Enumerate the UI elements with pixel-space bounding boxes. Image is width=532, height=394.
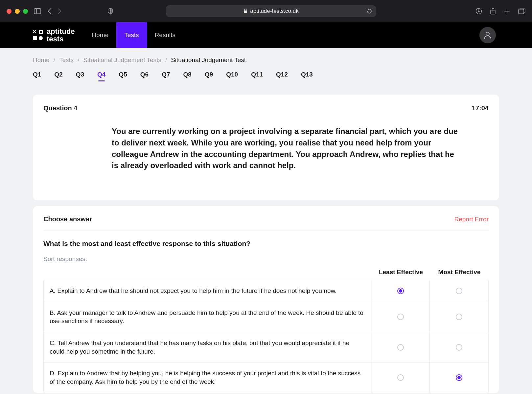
col-least-effective: Least Effective xyxy=(372,269,430,280)
forward-button[interactable] xyxy=(58,8,62,14)
address-bar-url: aptitude-tests.co.uk xyxy=(250,8,298,14)
answer-row: A. Explain to Andrew that he should not … xyxy=(44,280,488,302)
breadcrumb-link[interactable]: Tests xyxy=(59,56,74,64)
brand-logo-text: aptitude tests xyxy=(47,28,75,43)
svg-point-6 xyxy=(486,32,489,35)
question-tab-q10[interactable]: Q10 xyxy=(226,71,238,81)
choose-answer-label: Choose answer xyxy=(43,215,92,223)
question-tab-q2[interactable]: Q2 xyxy=(54,71,62,81)
most-effective-cell xyxy=(430,280,488,302)
question-tab-q1[interactable]: Q1 xyxy=(33,71,41,81)
breadcrumb-link[interactable]: Situational Judgement Tests xyxy=(83,56,161,64)
tab-overview-icon[interactable] xyxy=(518,8,525,15)
most-effective-radio[interactable] xyxy=(456,288,462,294)
answer-text: D. Explain to Andrew that by helping you… xyxy=(44,362,371,392)
question-tab-q7[interactable]: Q7 xyxy=(162,71,170,81)
question-label: Question 4 xyxy=(43,104,77,112)
least-effective-radio[interactable] xyxy=(397,374,404,381)
back-button[interactable] xyxy=(47,8,52,14)
address-bar[interactable]: aptitude-tests.co.uk xyxy=(166,5,376,17)
most-effective-radio[interactable] xyxy=(456,374,462,381)
nav-link-home[interactable]: Home xyxy=(84,22,117,48)
least-effective-cell xyxy=(371,332,430,362)
question-tab-q3[interactable]: Q3 xyxy=(76,71,84,81)
brand-logo-icon: ✕ xyxy=(33,30,43,40)
question-tab-q9[interactable]: Q9 xyxy=(205,71,213,81)
share-icon[interactable] xyxy=(490,8,496,15)
privacy-shield-icon[interactable] xyxy=(107,8,113,14)
answer-row: D. Explain to Andrew that by helping you… xyxy=(44,362,488,392)
svg-rect-5 xyxy=(519,9,524,14)
nav-link-tests[interactable]: Tests xyxy=(116,22,147,48)
svg-rect-2 xyxy=(244,11,247,13)
breadcrumb-separator: / xyxy=(54,56,55,64)
answer-text: A. Explain to Andrew that he should not … xyxy=(44,280,371,302)
most-effective-cell xyxy=(430,362,488,392)
col-most-effective: Most Effective xyxy=(430,269,489,280)
nav-links: HomeTestsResults xyxy=(84,22,183,48)
least-effective-radio[interactable] xyxy=(397,288,404,294)
question-tab-q6[interactable]: Q6 xyxy=(140,71,149,81)
question-card: Question 4 17:04 You are currently worki… xyxy=(33,95,499,200)
question-tab-q12[interactable]: Q12 xyxy=(276,71,288,81)
reload-icon[interactable] xyxy=(366,8,372,14)
answers-card: Choose answer Report Error What is the m… xyxy=(33,206,499,393)
answer-text: B. Ask your manager to talk to Andrew an… xyxy=(44,302,371,332)
sort-responses-label: Sort responses: xyxy=(43,255,489,263)
question-tab-q4[interactable]: Q4 xyxy=(97,71,105,81)
browser-right-controls xyxy=(475,8,525,15)
least-effective-radio[interactable] xyxy=(397,344,404,351)
breadcrumb: Home/Tests/Situational Judgement Tests/S… xyxy=(33,48,499,71)
question-tab-q8[interactable]: Q8 xyxy=(183,71,192,81)
user-avatar[interactable] xyxy=(479,27,496,43)
question-tab-q13[interactable]: Q13 xyxy=(301,71,313,81)
answer-table: A. Explain to Andrew that he should not … xyxy=(43,280,489,393)
breadcrumb-current: Situational Judgement Test xyxy=(171,56,246,64)
brand-logo[interactable]: ✕ aptitude tests xyxy=(33,22,75,48)
report-error-link[interactable]: Report Error xyxy=(454,216,489,223)
downloads-icon[interactable] xyxy=(475,8,482,15)
user-icon xyxy=(483,31,492,40)
brand-text-line1: aptitude xyxy=(47,28,75,35)
most-effective-radio[interactable] xyxy=(456,314,462,320)
question-scenario: You are currently working on a project i… xyxy=(43,112,489,190)
answer-text: C. Tell Andrew that you understand that … xyxy=(44,332,371,362)
nav-link-results[interactable]: Results xyxy=(147,22,183,48)
close-window-button[interactable] xyxy=(7,9,12,14)
least-effective-cell xyxy=(371,362,430,392)
answer-row: C. Tell Andrew that you understand that … xyxy=(44,332,488,362)
sidebar-toggle-icon[interactable] xyxy=(34,8,41,14)
question-tab-q11[interactable]: Q11 xyxy=(251,71,263,81)
least-effective-radio[interactable] xyxy=(397,314,404,320)
breadcrumb-separator: / xyxy=(165,56,167,64)
question-tabs: Q1Q2Q3Q4Q5Q6Q7Q8Q9Q10Q11Q12Q13 xyxy=(33,71,499,89)
app-nav: ✕ aptitude tests HomeTestsResults xyxy=(0,22,532,48)
most-effective-cell xyxy=(430,302,488,332)
browser-chrome: aptitude-tests.co.uk xyxy=(0,0,532,22)
breadcrumb-link[interactable]: Home xyxy=(33,56,50,64)
brand-text-line2: tests xyxy=(47,35,75,43)
most-effective-radio[interactable] xyxy=(456,344,462,351)
least-effective-cell xyxy=(371,280,430,302)
window-controls xyxy=(7,9,28,14)
lock-icon xyxy=(243,9,247,14)
answer-header-row: Least Effective Most Effective xyxy=(43,269,489,280)
most-effective-cell xyxy=(430,332,488,362)
least-effective-cell xyxy=(371,302,430,332)
minimize-window-button[interactable] xyxy=(15,9,20,14)
answer-prompt: What is the most and least effective res… xyxy=(43,240,489,248)
question-tab-q5[interactable]: Q5 xyxy=(119,71,127,81)
answer-row: B. Ask your manager to talk to Andrew an… xyxy=(44,302,488,332)
fullscreen-window-button[interactable] xyxy=(23,9,28,14)
new-tab-icon[interactable] xyxy=(504,8,510,15)
timer: 17:04 xyxy=(472,104,489,112)
breadcrumb-separator: / xyxy=(78,56,79,64)
svg-rect-0 xyxy=(34,9,41,14)
